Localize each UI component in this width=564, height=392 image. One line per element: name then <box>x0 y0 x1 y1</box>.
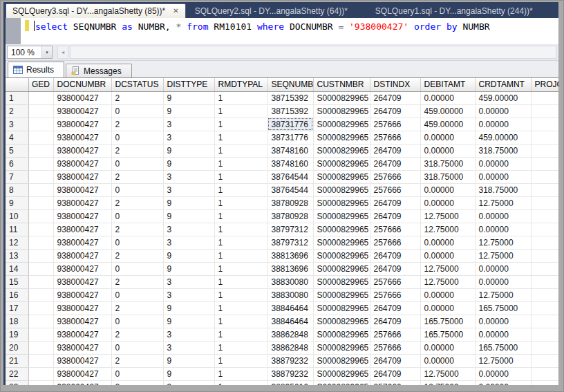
selected-cell[interactable]: 38731776 <box>267 118 313 131</box>
grid-cell[interactable]: 1 <box>214 236 267 249</box>
grid-cell[interactable]: 938000427 <box>53 315 111 328</box>
grid-cell[interactable] <box>28 380 53 385</box>
grid-cell[interactable]: 264709 <box>370 209 420 223</box>
grid-cell[interactable]: 938000427 <box>53 209 111 223</box>
grid-cell[interactable]: 0 <box>111 157 163 170</box>
grid-cell[interactable]: 257666 <box>370 236 420 249</box>
grid-cell[interactable] <box>28 249 53 262</box>
grid-cell[interactable]: 938000427 <box>53 223 111 236</box>
grid-cell[interactable]: S0000829965 <box>313 341 370 354</box>
grid-cell[interactable] <box>28 183 53 196</box>
grid-cell[interactable] <box>28 91 53 104</box>
column-header[interactable]: CUSTNMBR <box>313 78 370 91</box>
row-number-cell[interactable]: 9 <box>6 196 28 209</box>
grid-cell[interactable]: 9 <box>163 196 214 209</box>
grid-cell[interactable] <box>531 315 558 328</box>
grid-cell[interactable] <box>28 104 53 118</box>
grid-cell[interactable]: 0.00000 <box>475 209 531 223</box>
column-header[interactable]: DOCNUMBR <box>53 78 111 91</box>
grid-cell[interactable] <box>531 262 558 275</box>
grid-cell[interactable]: 938000427 <box>53 144 111 157</box>
grid-cell[interactable]: 38715392 <box>267 91 313 104</box>
row-number-cell[interactable]: 17 <box>6 301 28 315</box>
grid-cell[interactable] <box>28 315 53 328</box>
grid-cell[interactable]: 459.00000 <box>475 131 531 144</box>
grid-cell[interactable]: 2 <box>111 196 163 209</box>
grid-cell[interactable]: 1 <box>214 104 267 118</box>
grid-cell[interactable]: 9 <box>163 262 214 275</box>
grid-cell[interactable] <box>28 367 53 380</box>
grid-cell[interactable]: 0.00000 <box>420 131 475 144</box>
grid-cell[interactable]: 1 <box>214 301 267 315</box>
grid-cell[interactable]: S0000829965 <box>313 144 370 157</box>
chevron-down-icon[interactable]: ▼ <box>41 46 52 58</box>
grid-cell[interactable]: 0.00000 <box>475 104 531 118</box>
grid-cell[interactable] <box>531 118 558 131</box>
grid-cell[interactable]: 2 <box>111 328 163 341</box>
grid-cell[interactable]: 0 <box>111 236 163 249</box>
tab-messages[interactable]: Messages <box>66 64 132 77</box>
grid-cell[interactable]: 12.75000 <box>475 354 531 367</box>
grid-cell[interactable]: 318.75000 <box>420 157 475 170</box>
grid-cell[interactable]: 2 <box>111 354 163 367</box>
grid-cell[interactable]: 38813696 <box>267 249 313 262</box>
grid-cell[interactable]: 1 <box>214 275 267 288</box>
row-number-cell[interactable]: 5 <box>6 144 28 157</box>
grid-cell[interactable]: 1 <box>214 380 267 385</box>
query-text[interactable]: select SEQNUMBR as NUMBR, * from RM10101… <box>35 21 490 32</box>
grid-cell[interactable]: 12.75000 <box>420 209 475 223</box>
grid-cell[interactable]: 38862848 <box>267 341 313 354</box>
row-number-cell[interactable]: 15 <box>6 275 28 288</box>
grid-cell[interactable]: 0.00000 <box>420 196 475 209</box>
grid-cell[interactable]: 938000427 <box>53 275 111 288</box>
grid-cell[interactable] <box>28 262 53 275</box>
grid-cell[interactable]: 9 <box>163 354 214 367</box>
row-number-cell[interactable]: 6 <box>6 157 28 170</box>
grid-cell[interactable]: 0.00000 <box>475 315 531 328</box>
grid-cell[interactable]: 257666 <box>370 380 420 385</box>
grid-cell[interactable]: S0000829965 <box>313 196 370 209</box>
grid-cell[interactable] <box>531 275 558 288</box>
grid-cell[interactable]: 3 <box>163 118 214 131</box>
grid-cell[interactable]: 2 <box>111 118 163 131</box>
grid-cell[interactable]: 2 <box>111 170 163 183</box>
grid-cell[interactable] <box>531 301 558 315</box>
column-header[interactable]: PROJCTID <box>531 78 558 91</box>
grid-cell[interactable]: 38764544 <box>267 183 313 196</box>
row-number-cell[interactable]: 7 <box>6 170 28 183</box>
grid-cell[interactable]: 2 <box>111 301 163 315</box>
row-number-cell[interactable]: 2 <box>6 104 28 118</box>
column-header[interactable]: SEQNUMBR <box>267 78 313 91</box>
grid-cell[interactable] <box>28 196 53 209</box>
column-header[interactable]: GED <box>28 78 53 91</box>
grid-cell[interactable]: 257666 <box>370 275 420 288</box>
grid-cell[interactable] <box>531 380 558 385</box>
grid-cell[interactable]: 318.75000 <box>475 183 531 196</box>
grid-cell[interactable] <box>531 183 558 196</box>
grid-cell[interactable] <box>28 144 53 157</box>
grid-cell[interactable]: S0000829965 <box>313 118 370 131</box>
grid-cell[interactable] <box>28 209 53 223</box>
grid-cell[interactable]: 1 <box>214 170 267 183</box>
grid-cell[interactable]: 3 <box>163 288 214 301</box>
grid-cell[interactable]: 38846464 <box>267 301 313 315</box>
grid-cell[interactable]: 938000427 <box>53 328 111 341</box>
grid-cell[interactable]: 264709 <box>370 104 420 118</box>
row-number-cell[interactable]: 14 <box>6 262 28 275</box>
row-number-cell[interactable]: 1 <box>6 91 28 104</box>
grid-cell[interactable]: 38715392 <box>267 104 313 118</box>
row-number-cell[interactable]: 8 <box>6 183 28 196</box>
row-number-cell[interactable]: 12 <box>6 236 28 249</box>
grid-cell[interactable]: 3 <box>163 183 214 196</box>
grid-cell[interactable]: 1 <box>214 315 267 328</box>
grid-cell[interactable]: 0.00000 <box>420 354 475 367</box>
grid-cell[interactable]: 257666 <box>370 288 420 301</box>
grid-cell[interactable]: 1 <box>214 367 267 380</box>
grid-cell[interactable]: 9 <box>163 91 214 104</box>
grid-cell[interactable]: 459.00000 <box>475 91 531 104</box>
grid-cell[interactable]: 1 <box>214 249 267 262</box>
column-header[interactable]: DEBITAMT <box>420 78 475 91</box>
grid-cell[interactable]: 318.75000 <box>420 170 475 183</box>
grid-cell[interactable]: 0 <box>111 367 163 380</box>
grid-cell[interactable]: 938000427 <box>53 262 111 275</box>
